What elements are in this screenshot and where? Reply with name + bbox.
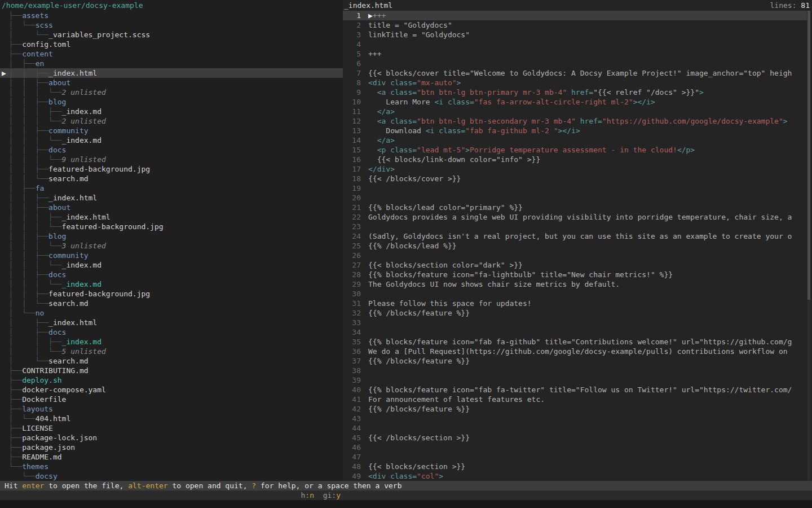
code-line: 39	[343, 375, 807, 385]
line-number: 27	[343, 260, 361, 270]
scrollbar-thumb[interactable]	[807, 11, 810, 300]
line-number: 41	[343, 395, 361, 404]
bottom-strip	[0, 500, 812, 508]
tree-dir[interactable]: │ │ ├──about	[0, 78, 343, 87]
code-line-text: {{% /blocks/feature %}}	[368, 309, 470, 317]
tree-dir[interactable]: │ │ ├──docs	[0, 270, 343, 279]
tree-item[interactable]: │ │ ├──_index.html	[0, 193, 343, 203]
tree-item[interactable]: │ │ ├──featured-background.jpg	[0, 164, 343, 174]
tree-item[interactable]: │ │ │ └──featured-background.jpg	[0, 222, 343, 231]
tree-guide-lines: │ │ ├──	[0, 232, 48, 240]
tree-item[interactable]: │ ├──_index.html	[0, 318, 343, 327]
tree-item[interactable]: │ │ │ ├──_index.html	[0, 212, 343, 222]
tree-item[interactable]: ├──package.json	[0, 443, 343, 452]
code-line: 6	[343, 59, 807, 68]
tree-dir[interactable]: │ ├──en	[0, 59, 343, 68]
tree-item-label: featured-background.jpg	[48, 165, 150, 173]
tree-item[interactable]: ├──CONTRIBUTING.md	[0, 366, 343, 375]
preview-scrollbar[interactable]	[807, 11, 810, 481]
code-line-text: {{% blocks/lead color="primary" %}}	[368, 203, 523, 212]
tree-guide-lines: ├──	[0, 424, 22, 432]
tree-item-label: _index.html	[48, 69, 97, 77]
tree-item[interactable]: │ └──404.html	[0, 414, 343, 423]
flag-value: y	[336, 491, 341, 500]
tree-item: │ │ └──5 unlisted	[0, 347, 343, 356]
tree-dir[interactable]: └──themes	[0, 462, 343, 471]
tree-dir[interactable]: │ │ ├──docs	[0, 145, 343, 155]
tree-dir[interactable]: │ └──no	[0, 308, 343, 318]
tree-item[interactable]: │ │ │ └──_index.md	[0, 279, 343, 289]
tree-guide-lines: ├──	[0, 376, 22, 384]
tree-dir[interactable]: │ ├──fa	[0, 183, 343, 193]
tree-dir[interactable]: │ │ ├──blog	[0, 97, 343, 107]
code-line: 32{{% /blocks/feature %}}	[343, 308, 807, 318]
tree-dir[interactable]: ├──content	[0, 49, 343, 59]
code-line-text: </div>	[368, 165, 395, 173]
tree-item[interactable]: ├──Dockerfile	[0, 395, 343, 404]
tree-item[interactable]: │ └──search.md	[0, 356, 343, 366]
line-number: 22	[343, 212, 361, 222]
code-line-text: <a class="btn btn-lg btn-secondary mr-3 …	[368, 117, 788, 125]
code-line-text: {{% /blocks/feature %}}	[368, 405, 470, 413]
code-line: 12 <a class="btn btn-lg btn-secondary mr…	[343, 116, 807, 126]
tree-guide-lines: │ ├──	[0, 328, 48, 336]
code-line: 35{{% blocks/feature icon="fab fa-github…	[343, 337, 807, 347]
tree-item-selected[interactable]: ▶ │ │ ├──_index.html	[0, 68, 343, 78]
code-line: 2title = "Goldydocs"	[343, 20, 807, 30]
tree-guide-lines: │ │ └──	[0, 299, 48, 308]
tree-item-label: _index.html	[48, 318, 97, 327]
tree-dir[interactable]: │ │ ├──community	[0, 251, 343, 260]
tree-item-label: LICENSE	[22, 424, 53, 432]
tree-item-label: featured-background.jpg	[48, 290, 150, 298]
tree-dir[interactable]: │ │ ├──about	[0, 203, 343, 212]
tree-item[interactable]: │ │ ├──featured-background.jpg	[0, 289, 343, 299]
file-tree: ├──assets │ └──scss │ └──_variables_proj…	[0, 11, 343, 481]
line-number: 28	[343, 270, 361, 279]
tree-item[interactable]: │ │ │ └──_index.md	[0, 135, 343, 145]
tree-item[interactable]: │ │ ├──_index.md	[0, 337, 343, 347]
tree-item: │ │ │ └──2 unlisted	[0, 116, 343, 126]
line-number: 31	[343, 299, 361, 308]
tree-item[interactable]: │ └──_variables_project.scss	[0, 30, 343, 40]
tree-dir[interactable]: ├──assets	[0, 11, 343, 20]
tree-dir[interactable]: │ │ ├──community	[0, 126, 343, 135]
code-line: 14 </a>	[343, 135, 807, 145]
tree-item-label: fa	[36, 184, 45, 192]
code-line-text: </a>	[368, 136, 395, 144]
tree-item[interactable]: │ │ │ ├──_index.md	[0, 107, 343, 116]
tree-item-label: layouts	[22, 405, 53, 413]
tree-item[interactable]: │ │ └──search.md	[0, 299, 343, 308]
tree-item[interactable]: ├──deploy.sh	[0, 375, 343, 385]
tree-guide-lines: │ │ │ └──	[0, 261, 62, 269]
tree-item-label: docsy	[36, 472, 58, 480]
tree-item[interactable]: ├──README.md	[0, 452, 343, 462]
tree-item[interactable]: ├──LICENSE	[0, 423, 343, 433]
tree-item[interactable]: ├──docker-compose.yaml	[0, 385, 343, 395]
tree-dir[interactable]: │ ├──docs	[0, 327, 343, 337]
code-line: 43	[343, 414, 807, 423]
tree-item[interactable]: ├──config.toml	[0, 40, 343, 49]
tree-item-label: 2 unlisted	[62, 88, 106, 97]
root-path[interactable]: /home/example-user/docsy-example	[2, 1, 143, 10]
code-line: 19	[343, 183, 807, 193]
tree-guide-lines: ├──	[0, 11, 22, 20]
line-number: 8	[343, 78, 361, 87]
code-line-text: {{< /blocks/cover >}}	[368, 174, 461, 183]
code-line-text: +++	[368, 50, 381, 58]
command-input-line[interactable]: :e h:n gi:y	[0, 491, 812, 500]
tree-dir[interactable]: └──docsy	[0, 471, 343, 481]
selection-arrow-icon: ▶	[2, 68, 6, 78]
code-line: 28{{% blocks/feature icon="fa-lightbulb"…	[343, 270, 807, 279]
tree-dir[interactable]: │ └──scss	[0, 20, 343, 30]
code-line: 4	[343, 40, 807, 49]
tree-guide-lines: │ │ ├──	[0, 126, 48, 135]
tree-dir[interactable]: │ │ ├──blog	[0, 231, 343, 241]
tree-item[interactable]: │ │ │ └──_index.md	[0, 260, 343, 270]
tree-item[interactable]: ├──package-lock.json	[0, 433, 343, 443]
status-text: for help, or a space then a verb	[256, 481, 401, 490]
tree-dir[interactable]: ├──layouts	[0, 404, 343, 414]
code-line: 21{{% blocks/lead color="primary" %}}	[343, 203, 807, 212]
tree-item[interactable]: │ │ └──search.md	[0, 174, 343, 183]
code-line: 24(Sadly, Goldydocs isn't a real project…	[343, 231, 807, 241]
tree-guide-lines: │ │ │ └──	[0, 117, 62, 125]
